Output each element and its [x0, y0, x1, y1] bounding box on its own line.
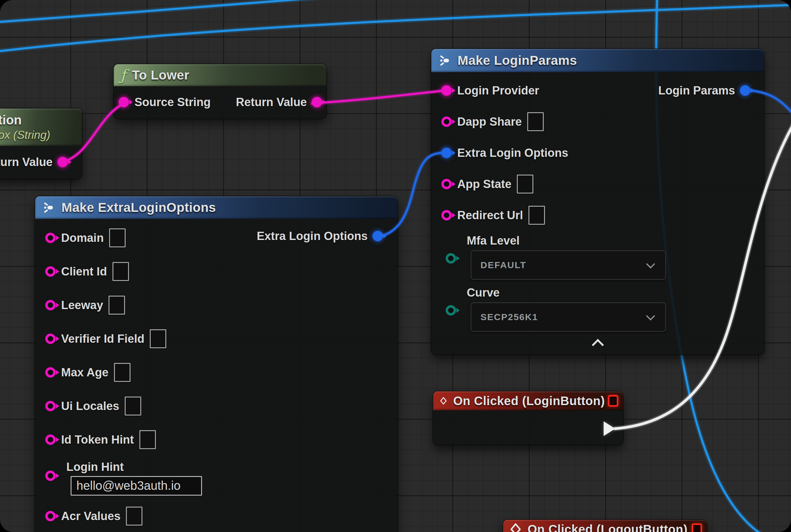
- input-pin[interactable]: [441, 210, 452, 221]
- pin-label: Ui Locales: [61, 400, 119, 413]
- pin-label: Acr Values: [61, 510, 120, 523]
- pin-default-value-box[interactable]: [139, 430, 156, 449]
- node-getter-partial[interactable]: tion ox (String) eturn Value: [0, 109, 82, 179]
- node-title: Make ExtraLoginOptions: [61, 200, 216, 215]
- node-header: On Clicked (LoginButton): [433, 391, 623, 410]
- input-pin[interactable]: [441, 148, 452, 158]
- pin-default-value-box[interactable]: [109, 296, 125, 315]
- pin-default-value-box[interactable]: [114, 363, 131, 382]
- enum-dropdown[interactable]: SECP256K1: [471, 302, 666, 332]
- pin-row: Acr Values: [35, 499, 398, 532]
- input-pin[interactable]: [45, 233, 56, 243]
- pin-default-value-box[interactable]: [517, 175, 533, 193]
- node-make-extra-login-options[interactable]: Make ExtraLoginOptions Domain Client Id: [35, 196, 398, 532]
- input-pin[interactable]: [45, 334, 56, 344]
- node-make-login-params[interactable]: Make LoginParams Login Provider Dapp Sha…: [431, 49, 764, 355]
- pin-label: Login Hint: [66, 460, 124, 474]
- input-pin[interactable]: [45, 435, 56, 445]
- node-title: On Clicked (LoginButton): [453, 394, 605, 408]
- pin-row-source-string: Source String: [119, 96, 211, 109]
- pin-row: Client Id: [35, 255, 398, 288]
- pin-row: Redirect Url: [431, 200, 764, 231]
- source-string-input-pin[interactable]: [119, 97, 129, 107]
- exec-output-pin[interactable]: [604, 421, 615, 436]
- event-bind-red-square-icon[interactable]: [692, 524, 702, 532]
- input-pin[interactable]: [45, 266, 56, 277]
- pin-default-value-box[interactable]: [125, 397, 141, 416]
- pin-row: Ui Locales: [35, 389, 398, 423]
- pin-label: Redirect Url: [457, 209, 523, 222]
- pin-row: App State: [431, 169, 764, 200]
- pin-label: Verifier Id Field: [61, 332, 144, 345]
- pin-label: Extra Login Options: [257, 230, 368, 243]
- blueprint-graph-canvas[interactable]: tion ox (String) eturn Value ƒ To Lower …: [0, 0, 791, 532]
- enum-selected-value: DEFAULT: [481, 260, 526, 270]
- chevron-down-icon: [646, 260, 655, 269]
- node-header: ƒ To Lower: [114, 64, 326, 86]
- pin-row-extra-login-options-out: Extra Login Options: [257, 231, 383, 241]
- input-pin[interactable]: [45, 511, 56, 521]
- node-title-fragment: tion: [0, 113, 22, 128]
- input-pin[interactable]: [441, 116, 452, 127]
- pin-default-value-box[interactable]: [109, 228, 126, 247]
- input-pin[interactable]: [45, 471, 56, 481]
- pin-default-value-box[interactable]: [527, 112, 544, 131]
- pin-row-login-params-out: Login Params: [658, 85, 750, 96]
- input-pin[interactable]: [45, 401, 56, 411]
- chevron-down-icon: [646, 311, 655, 321]
- make-struct-icon: [42, 201, 55, 214]
- node-title: To Lower: [132, 68, 190, 82]
- screenshot-frame: tion ox (String) eturn Value ƒ To Lower …: [0, 0, 791, 532]
- pin-label: Max Age: [61, 366, 109, 379]
- login-params-output-pin[interactable]: [740, 85, 750, 96]
- node-on-clicked-logout-button[interactable]: On Clicked (LogoutButton): [503, 520, 707, 532]
- enum-dropdown[interactable]: DEFAULT: [471, 250, 666, 280]
- pin-label: Return Value: [236, 96, 307, 109]
- wire-data-top-long: [0, 5, 791, 51]
- input-pin[interactable]: [45, 300, 56, 310]
- node-to-lower[interactable]: ƒ To Lower Source String Return Value: [114, 64, 326, 119]
- wire-data-top-left: [0, 0, 337, 22]
- node-title: On Clicked (LogoutButton): [527, 522, 688, 532]
- pin-row: Dapp Share: [431, 106, 764, 137]
- input-pin[interactable]: [441, 85, 452, 96]
- input-pin[interactable]: [45, 367, 56, 378]
- return-value-output-pin[interactable]: [312, 97, 322, 107]
- node-header: Make LoginParams: [431, 49, 764, 72]
- collapse-node-chevron[interactable]: [592, 339, 604, 351]
- pin-default-value-box[interactable]: [150, 329, 166, 348]
- pin-label: Extra Login Options: [457, 147, 568, 159]
- pin-row: Verifier Id Field: [35, 322, 398, 356]
- node-title: Make LoginParams: [458, 53, 577, 68]
- pin-label: Id Token Hint: [61, 433, 134, 446]
- event-diamond-icon: [440, 394, 447, 407]
- pin-row: Curve SECP256K1: [431, 283, 764, 335]
- node-on-clicked-login-button[interactable]: On Clicked (LoginButton): [433, 391, 623, 445]
- pin-label: Mfa Level: [467, 234, 520, 247]
- pin-text-value: hello@web3auth.io: [76, 479, 181, 493]
- pin-label: App State: [457, 178, 512, 191]
- wire-string-tolower-to-login-provider: [312, 91, 442, 103]
- pin-default-value-box[interactable]: [113, 262, 129, 281]
- pin-label: Client Id: [61, 265, 107, 278]
- pin-default-value-box[interactable]: [528, 206, 545, 225]
- input-pin[interactable]: [441, 179, 452, 189]
- pin-label: Domain: [61, 231, 103, 245]
- extra-login-options-output-pin[interactable]: [372, 231, 383, 241]
- node-header: On Clicked (LogoutButton): [503, 520, 707, 532]
- input-pin[interactable]: [446, 253, 456, 264]
- pin-label: Source String: [134, 96, 211, 109]
- pin-row: Max Age: [35, 356, 398, 389]
- event-diamond-icon: [510, 522, 521, 532]
- pin-text-field[interactable]: hello@web3auth.io: [71, 476, 202, 496]
- pin-label: Curve: [467, 286, 500, 299]
- function-f-icon: ƒ: [120, 68, 126, 82]
- event-bind-red-square-icon[interactable]: [608, 395, 618, 407]
- return-value-output-pin[interactable]: [57, 157, 68, 167]
- pin-row: Id Token Hint: [35, 423, 398, 456]
- input-pin[interactable]: [446, 305, 456, 316]
- enum-selected-value: SECP256K1: [481, 312, 538, 322]
- pin-default-value-box[interactable]: [126, 507, 142, 526]
- pin-row-return-value: eturn Value: [0, 157, 68, 167]
- node-header: Make ExtraLoginOptions: [35, 196, 398, 219]
